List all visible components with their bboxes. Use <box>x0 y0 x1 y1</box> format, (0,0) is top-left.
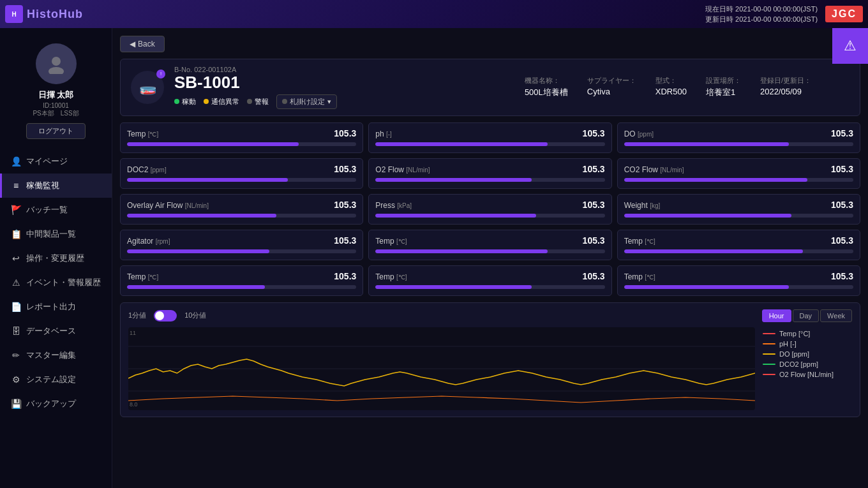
sensor-card-2[interactable]: DO [ppm] 105.3 <box>617 122 860 153</box>
jgc-logo: JGC <box>825 6 863 22</box>
sensor-card-0[interactable]: Temp [℃] 105.3 <box>120 122 363 153</box>
sensor-name-6: Overlay Air Flow [NL/min] <box>127 201 209 210</box>
sensor-bar-fill-0 <box>127 142 299 146</box>
legend-label-1: pH [-] <box>779 340 797 348</box>
legend-label-3: DCO2 [ppm] <box>779 360 818 368</box>
sensor-bar-bg-13 <box>375 285 604 289</box>
toggle-switch[interactable] <box>154 310 177 322</box>
sensor-name-11: Temp [℃] <box>624 237 655 246</box>
sidebar-item-monitoring[interactable]: ≡ 稼働監視 <box>0 174 112 198</box>
meta-model: 型式： XDR500 <box>655 76 687 98</box>
datetime-display: 現在日時 2021-00-00 00:00:00(JST) 更新日時 2021-… <box>705 4 818 25</box>
sensor-bar-fill-11 <box>624 249 803 253</box>
sensor-card-11[interactable]: Temp [℃] 105.3 <box>617 230 860 260</box>
comm-error-dot <box>204 99 209 104</box>
tag-setting-select[interactable]: 札掛け設定 ▾ <box>276 94 337 109</box>
reports-label: レポート出力 <box>26 301 76 313</box>
reports-icon: 📄 <box>11 302 21 312</box>
sysconfig-label: システム設定 <box>26 374 76 385</box>
sensor-card-13[interactable]: Temp [℃] 105.3 <box>368 265 611 296</box>
logo-text: HistoHub <box>27 8 83 21</box>
sidebar-item-history[interactable]: ↩ 操作・変更履歴 <box>0 246 112 270</box>
sensor-bar-fill-5 <box>624 178 807 182</box>
y-axis-top: 11 <box>130 330 136 336</box>
sensor-bar-fill-13 <box>375 285 531 289</box>
sidebar-item-reports[interactable]: 📄 レポート出力 <box>0 295 112 319</box>
sensor-value-1: 105.3 <box>583 128 605 138</box>
sidebar-item-database[interactable]: 🗄 データベース <box>0 319 112 343</box>
sensor-bar-fill-8 <box>624 214 791 218</box>
monitoring-label: 稼働監視 <box>26 180 59 191</box>
user-name: 日揮 太郎 <box>38 89 74 101</box>
sensor-card-9[interactable]: Agitator [rpm] 105.3 <box>120 230 363 260</box>
sensor-name-13: Temp [℃] <box>375 272 407 281</box>
logo-icon: H <box>5 5 23 23</box>
sensor-card-12[interactable]: Temp [℃] 105.3 <box>120 265 363 296</box>
meta-regdate: 登録日/更新日： 2022/05/09 <box>760 76 811 98</box>
legend-item-1: pH [-] <box>763 340 852 348</box>
sidebar-item-backup[interactable]: 💾 バックアップ <box>0 392 112 416</box>
sensor-name-14: Temp [℃] <box>624 272 655 281</box>
back-arrow-icon: ◀ <box>130 40 135 48</box>
back-button[interactable]: ◀ Back <box>120 36 165 52</box>
logout-button[interactable]: ログアウト <box>26 123 86 139</box>
sensor-card-7[interactable]: Press [kPa] 105.3 <box>368 194 611 225</box>
top-right-area: 現在日時 2021-00-00 00:00:00(JST) 更新日時 2021-… <box>705 4 863 25</box>
alarm-dot <box>247 99 252 104</box>
legend-label-4: O2 Flow [NL/min] <box>779 371 834 378</box>
sensor-name-8: Weight [kg] <box>624 201 661 210</box>
sensor-value-11: 105.3 <box>831 235 853 246</box>
alert-button[interactable]: ⚠ <box>832 28 868 64</box>
sensor-bar-bg-9 <box>127 249 356 253</box>
chart-time-buttons: Hour Day Week <box>762 309 852 322</box>
sidebar-item-mypage[interactable]: 👤 マイページ <box>0 149 112 174</box>
meta-location: 設置場所： 培養室1 <box>706 76 741 98</box>
toggle1-label: 1分値 <box>128 311 146 320</box>
sensor-value-9: 105.3 <box>334 235 356 246</box>
sidebar-item-intermediate[interactable]: 📋 中間製品一覧 <box>0 222 112 246</box>
device-header-card: 🧫 ! B-No. 022-001102A SB-1001 稼動 通信異常 <box>120 59 860 116</box>
sensor-bar-fill-1 <box>375 142 547 146</box>
sensor-bar-bg-2 <box>624 142 853 146</box>
sensor-card-6[interactable]: Overlay Air Flow [NL/min] 105.3 <box>120 194 363 225</box>
day-button[interactable]: Day <box>793 309 819 322</box>
intermediate-icon: 📋 <box>11 229 21 239</box>
week-button[interactable]: Week <box>820 309 852 322</box>
batch-label: バッチ一覧 <box>26 204 68 216</box>
avatar <box>36 43 77 84</box>
sensor-bar-fill-6 <box>127 214 276 218</box>
sensor-name-9: Agitator [rpm] <box>127 237 170 246</box>
meta-machine-name: 機器名称： 500L培養槽 <box>525 76 568 98</box>
sidebar-item-batch[interactable]: 🚩 バッチ一覧 <box>0 198 112 222</box>
sensor-card-14[interactable]: Temp [℃] 105.3 <box>617 265 860 296</box>
backup-label: バックアップ <box>26 398 76 410</box>
batch-icon: 🚩 <box>11 205 21 215</box>
sensor-card-8[interactable]: Weight [kg] 105.3 <box>617 194 860 225</box>
sensor-bar-fill-2 <box>624 142 789 146</box>
sidebar: 日揮 太郎 ID:10001 PS本部 LSS部 ログアウト 👤 マイページ ≡… <box>0 28 112 488</box>
sensor-card-1[interactable]: ph [-] 105.3 <box>368 122 611 153</box>
device-badge: ! <box>156 70 165 78</box>
device-name: SB-1001 <box>174 73 337 92</box>
chart-section: 1分値 10分値 Hour Day Week 11 8.0 <box>120 302 860 417</box>
sensor-bar-bg-8 <box>624 214 853 218</box>
sidebar-nav: 👤 マイページ ≡ 稼働監視 🚩 バッチ一覧 📋 中間製品一覧 ↩ 操作・変更履… <box>0 147 112 488</box>
sensor-card-5[interactable]: CO2 Flow [NL/min] 105.3 <box>617 158 860 189</box>
hour-button[interactable]: Hour <box>762 309 791 322</box>
y-axis-bottom: 8.0 <box>130 401 138 408</box>
legend-line-1 <box>763 343 775 344</box>
sensor-card-4[interactable]: O2 Flow [NL/min] 105.3 <box>368 158 611 189</box>
alert-triangle-icon: ⚠ <box>844 38 857 54</box>
sensor-card-3[interactable]: DOC2 [ppm] 105.3 <box>120 158 363 189</box>
sensor-value-8: 105.3 <box>831 200 853 210</box>
sidebar-item-sysconfig[interactable]: ⚙ システム設定 <box>0 367 112 392</box>
chart-canvas: 11 8.0 <box>128 327 755 410</box>
top-bar: H HistoHub 現在日時 2021-00-00 00:00:00(JST)… <box>0 0 868 28</box>
legend-line-2 <box>763 353 775 355</box>
sidebar-item-events[interactable]: ⚠ イベント・警報履歴 <box>0 270 112 295</box>
tag-dot <box>282 99 287 104</box>
mypage-icon: 👤 <box>11 156 21 166</box>
events-label: イベント・警報履歴 <box>26 277 101 288</box>
sensor-card-10[interactable]: Temp [℃] 105.3 <box>368 230 611 260</box>
sidebar-item-master[interactable]: ✏ マスター編集 <box>0 343 112 367</box>
